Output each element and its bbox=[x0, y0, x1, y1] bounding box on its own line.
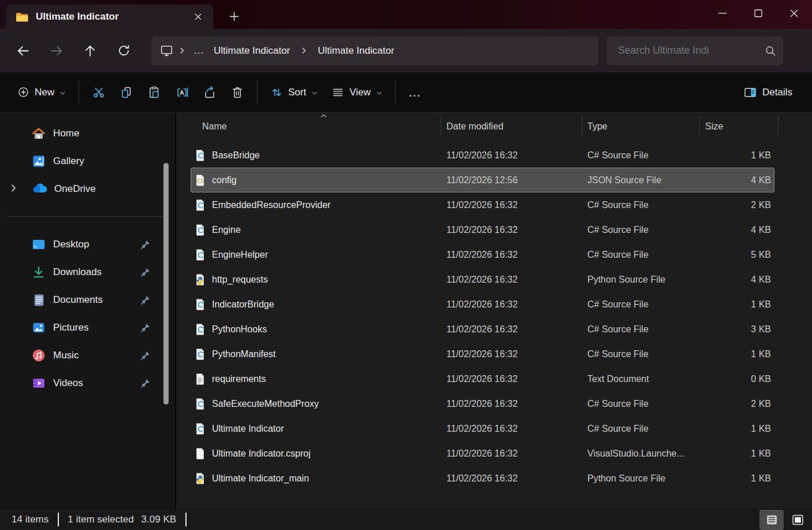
new-tab-button[interactable] bbox=[224, 6, 244, 26]
sidebar-item-label: Pictures bbox=[53, 322, 88, 333]
new-button-label: New bbox=[35, 87, 54, 98]
breadcrumb-ellipsis[interactable]: … bbox=[190, 45, 208, 57]
more-options-button[interactable]: … bbox=[401, 80, 429, 105]
sidebar-item-documents[interactable]: Documents bbox=[0, 288, 170, 312]
file-row[interactable]: {} EngineHelper 11/02/2026 16:32 C# Sour… bbox=[191, 242, 774, 267]
file-list-pane: Name Date modified Type Size {} bbox=[176, 113, 812, 509]
file-row[interactable]: {} http_requests 11/02/2026 16:32 Python… bbox=[191, 267, 774, 292]
onedrive-icon bbox=[32, 181, 47, 197]
column-header-type[interactable]: Type bbox=[582, 121, 699, 132]
pictures-icon bbox=[32, 321, 46, 335]
file-row[interactable]: {} EmbeddedResourceProvider 11/02/2026 1… bbox=[191, 192, 774, 217]
sort-button[interactable]: Sort bbox=[263, 80, 325, 105]
view-button[interactable]: View bbox=[325, 80, 389, 105]
file-row[interactable]: {} IndicatorBridge 11/02/2026 16:32 C# S… bbox=[191, 292, 774, 317]
share-button[interactable] bbox=[196, 80, 224, 105]
close-button[interactable] bbox=[776, 0, 812, 27]
column-header-date-modified[interactable]: Date modified bbox=[441, 121, 582, 132]
file-row[interactable]: {} SafeExecuteMethodProxy 11/02/2026 16:… bbox=[191, 391, 774, 416]
breadcrumb-segment[interactable]: Ultimate Indicator bbox=[312, 43, 400, 59]
search-icon[interactable] bbox=[765, 45, 776, 57]
sidebar-item-videos[interactable]: Videos bbox=[0, 371, 170, 395]
explorer-tab[interactable]: Ultimate Indicator bbox=[6, 5, 214, 29]
copy-button[interactable] bbox=[113, 80, 140, 105]
file-row[interactable]: {} requirements 11/02/2026 16:32 Text Do… bbox=[191, 366, 774, 391]
this-pc-icon[interactable] bbox=[159, 43, 174, 58]
back-button[interactable] bbox=[10, 38, 36, 64]
sidebar-item-gallery[interactable]: Gallery bbox=[0, 149, 170, 173]
sidebar-item-music[interactable]: Music bbox=[0, 343, 170, 368]
paste-button[interactable] bbox=[140, 80, 168, 105]
file-row[interactable]: {} BaseBridge 11/02/2026 16:32 C# Source… bbox=[191, 143, 774, 168]
gallery-icon bbox=[32, 154, 46, 168]
file-name-cell: {} Ultimate Indicator.csproj bbox=[191, 447, 441, 459]
minimize-button[interactable] bbox=[705, 0, 740, 27]
chevron-expand-icon[interactable] bbox=[9, 184, 18, 192]
details-view-toggle[interactable] bbox=[759, 510, 784, 530]
column-divider[interactable] bbox=[582, 117, 582, 136]
sidebar-scrollbar[interactable] bbox=[163, 163, 169, 405]
text-file-icon bbox=[195, 373, 205, 385]
file-row[interactable]: {} Ultimate Indicator.csproj 11/02/2026 … bbox=[191, 441, 774, 466]
large-icons-view-toggle[interactable] bbox=[785, 510, 810, 530]
file-name: config bbox=[212, 175, 237, 186]
downloads-icon bbox=[32, 265, 46, 279]
rename-button[interactable] bbox=[168, 80, 196, 105]
videos-icon bbox=[32, 376, 46, 390]
music-icon bbox=[32, 349, 46, 362]
file-row[interactable]: {} PythonManifest 11/02/2026 16:32 C# So… bbox=[191, 342, 774, 366]
sidebar: Home Gallery OneDrive bbox=[0, 113, 176, 509]
column-divider[interactable] bbox=[441, 117, 441, 136]
sidebar-divider bbox=[7, 216, 166, 217]
breadcrumb-segment[interactable]: Ultimate Indicator bbox=[208, 43, 296, 59]
search-input[interactable] bbox=[618, 45, 765, 57]
file-date-modified: 11/02/2026 16:32 bbox=[441, 424, 582, 434]
python-file-icon bbox=[195, 273, 205, 286]
file-type: C# Source File bbox=[582, 424, 699, 434]
file-name: SafeExecuteMethodProxy bbox=[212, 399, 319, 409]
folder-icon bbox=[16, 12, 29, 23]
file-row[interactable]: {} Ultimate Indicator 11/02/2026 16:32 C… bbox=[191, 416, 774, 441]
up-button[interactable] bbox=[77, 38, 103, 64]
python-file-icon bbox=[195, 472, 205, 484]
cut-button[interactable] bbox=[85, 80, 113, 105]
sidebar-item-label: OneDrive bbox=[54, 183, 96, 195]
search-box[interactable] bbox=[606, 36, 783, 65]
file-date-modified: 11/02/2026 16:32 bbox=[441, 374, 582, 384]
sidebar-item-onedrive[interactable]: OneDrive bbox=[0, 177, 170, 201]
file-name-cell: {} PythonManifest bbox=[191, 348, 441, 360]
chevron-down-icon bbox=[376, 90, 382, 97]
sidebar-item-pictures[interactable]: Pictures bbox=[0, 316, 170, 340]
delete-button[interactable] bbox=[224, 80, 251, 105]
file-row[interactable]: {} PythonHooks 11/02/2026 16:32 C# Sourc… bbox=[191, 317, 774, 342]
sidebar-item-label: Videos bbox=[53, 377, 83, 389]
file-date-modified: 11/02/2026 16:32 bbox=[441, 225, 582, 235]
tab-close-icon[interactable] bbox=[189, 8, 207, 25]
file-size: 1 KB bbox=[699, 349, 774, 359]
new-button[interactable]: New bbox=[10, 80, 73, 105]
column-header-size[interactable]: Size bbox=[699, 121, 778, 132]
file-row[interactable]: {} config 11/02/2026 12:56 JSON Source F… bbox=[191, 168, 774, 192]
file-row[interactable]: {} Engine 11/02/2026 16:32 C# Source Fil… bbox=[191, 217, 774, 242]
file-row[interactable]: {} Ultimate Indicator_main 11/02/2026 16… bbox=[191, 466, 774, 491]
selection-size: 3.09 KB bbox=[141, 514, 177, 525]
view-icon bbox=[331, 86, 344, 99]
pin-icon bbox=[140, 323, 151, 333]
file-type: C# Source File bbox=[582, 200, 699, 210]
maximize-button[interactable] bbox=[740, 0, 776, 27]
column-divider[interactable] bbox=[778, 117, 779, 136]
address-bar[interactable]: … Ultimate Indicator Ultimate Indicator bbox=[151, 36, 598, 65]
csharp-file-icon bbox=[195, 422, 205, 435]
file-type: JSON Source File bbox=[582, 175, 699, 186]
sidebar-item-desktop[interactable]: Desktop bbox=[0, 232, 170, 257]
command-toolbar: New bbox=[0, 72, 812, 113]
column-divider[interactable] bbox=[699, 117, 700, 136]
refresh-button[interactable] bbox=[111, 38, 136, 64]
details-button[interactable]: Details bbox=[736, 80, 799, 105]
csharp-file-icon bbox=[195, 224, 205, 236]
file-date-modified: 11/02/2026 16:32 bbox=[441, 275, 582, 285]
sidebar-item-downloads[interactable]: Downloads bbox=[0, 260, 170, 284]
column-header-name[interactable]: Name bbox=[176, 121, 441, 132]
sidebar-item-home[interactable]: Home bbox=[0, 121, 170, 146]
forward-button[interactable] bbox=[44, 38, 69, 64]
